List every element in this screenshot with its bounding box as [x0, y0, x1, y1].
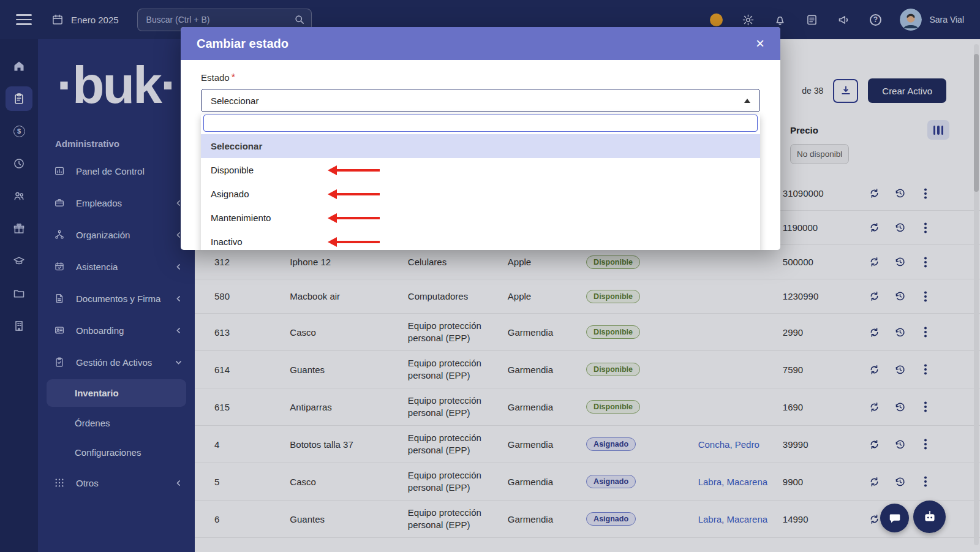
estado-dropdown: Seleccionar Disponible Asignado Mantenim…	[201, 115, 760, 250]
required-asterisk: *	[232, 72, 235, 83]
modal-header: Cambiar estado ×	[181, 27, 780, 60]
chat-bubble-button[interactable]	[880, 504, 909, 532]
field-label-text: Estado	[201, 72, 230, 83]
dropdown-option-mantenimiento[interactable]: Mantenimiento	[201, 206, 760, 230]
option-label: Inactivo	[211, 236, 243, 247]
estado-select-value: Seleccionar	[211, 96, 258, 106]
modal-body: Estado* Seleccionar Seleccionar Disponib…	[181, 60, 780, 250]
estado-field-label: Estado*	[201, 72, 760, 83]
annotation-arrow-icon	[337, 169, 380, 172]
dropdown-option-disponible[interactable]: Disponible	[201, 158, 760, 182]
option-label: Disponible	[211, 165, 254, 175]
estado-select[interactable]: Seleccionar	[201, 89, 760, 112]
option-label: Seleccionar	[211, 141, 262, 151]
dropdown-option-asignado[interactable]: Asignado	[201, 182, 760, 206]
change-status-modal: Cambiar estado × Estado* Seleccionar Sel…	[181, 27, 780, 250]
dropdown-option-inactivo[interactable]: Inactivo	[201, 230, 760, 250]
option-label: Asignado	[211, 189, 249, 199]
dropdown-search-input[interactable]	[203, 115, 758, 132]
annotation-arrow-icon	[337, 241, 380, 244]
option-label: Mantenimiento	[211, 213, 271, 223]
close-icon[interactable]: ×	[756, 36, 764, 51]
assistant-bot-button[interactable]	[913, 501, 946, 533]
modal-title: Cambiar estado	[197, 37, 288, 51]
dropdown-option-seleccionar[interactable]: Seleccionar	[201, 134, 760, 158]
chevron-up-icon	[744, 99, 750, 103]
annotation-arrow-icon	[337, 217, 380, 220]
annotation-arrow-icon	[337, 193, 380, 196]
